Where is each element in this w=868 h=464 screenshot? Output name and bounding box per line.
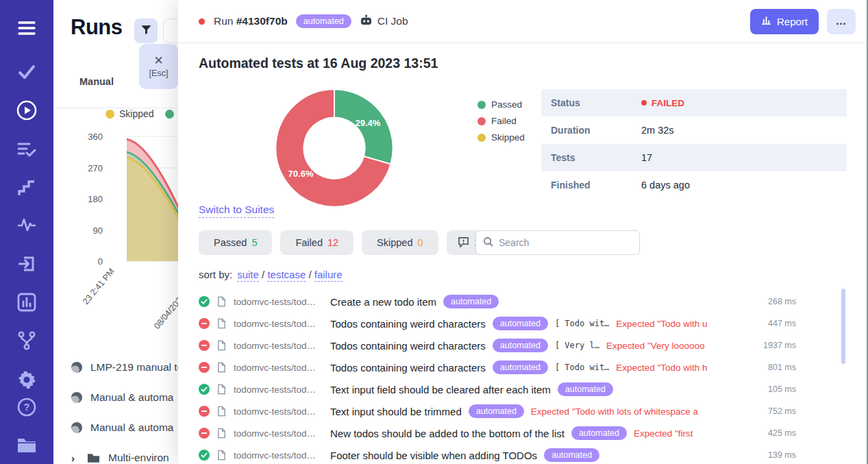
list-check-icon[interactable]: [17, 141, 36, 160]
report-button[interactable]: Report: [750, 9, 819, 34]
y-tick: 270: [79, 163, 103, 173]
failed-status-icon: [199, 318, 210, 329]
summary-label: Duration: [541, 125, 641, 136]
passed-status-icon: [199, 296, 210, 307]
test-error: Expected "Todo with lots of whitespace a: [531, 406, 761, 417]
tab-manual[interactable]: Manual: [79, 76, 114, 87]
filter-chip-passed[interactable]: Passed 5: [199, 230, 272, 255]
menu-icon[interactable]: [18, 21, 36, 38]
folder-icon: [87, 452, 100, 463]
test-duration: 425 ms: [768, 428, 796, 438]
app-sidebar: ?: [0, 0, 53, 464]
chevron-right-icon[interactable]: ›: [71, 452, 75, 464]
run-label: Run #4130f70b: [214, 15, 288, 27]
test-name: Todos containing weird characters: [330, 362, 486, 374]
sign-in-icon[interactable]: [17, 254, 36, 276]
report-chart-icon: [761, 15, 771, 27]
test-row[interactable]: todomvc-tests/tod… Todos containing weir…: [199, 334, 796, 356]
automated-badge: automated: [493, 339, 548, 352]
filter-chip-skipped[interactable]: Skipped 0: [362, 230, 438, 255]
test-name: Create a new todo item: [330, 296, 436, 308]
filter-button[interactable]: [134, 19, 158, 43]
legend-dot: [478, 117, 486, 125]
summary-row: Tests 17: [541, 144, 847, 171]
test-duration: 268 ms: [768, 297, 796, 306]
test-row[interactable]: todomvc-tests/tod… Footer should be visi…: [199, 444, 796, 464]
run-summary-table: Status FAILED Duration 2m 32s Tests 17 F…: [541, 89, 847, 199]
test-row[interactable]: todomvc-tests/tod… Todos containing weir…: [199, 356, 796, 378]
automated-badge: automated: [296, 14, 351, 28]
activity-icon[interactable]: [17, 217, 36, 234]
scrollbar-thumb[interactable]: [841, 289, 845, 364]
gear-icon[interactable]: [17, 370, 36, 392]
test-path: todomvc-tests/tod…: [234, 297, 323, 307]
test-path: todomvc-tests/tod…: [234, 363, 323, 373]
failed-status-icon: [199, 428, 210, 439]
filter-chip-failed[interactable]: Failed 12: [280, 230, 354, 255]
test-row[interactable]: todomvc-tests/tod… Todos containing weir…: [199, 313, 796, 334]
steps-icon[interactable]: [18, 179, 36, 199]
test-duration: 801 ms: [768, 363, 796, 372]
donut-legend-item: Skipped: [478, 132, 525, 143]
summary-row: Finished 6 days ago: [541, 171, 847, 199]
test-row[interactable]: todomvc-tests/tod… Text input should be …: [199, 400, 796, 422]
search-icon: [483, 236, 493, 249]
results-donut-chart: 29.4%70.6%: [271, 84, 398, 212]
sort-label: sort by:: [199, 269, 232, 280]
test-row[interactable]: todomvc-tests/tod… Text input field shou…: [199, 378, 796, 400]
test-snippet: [ Todo wit…: [555, 363, 609, 372]
test-error: Expected "Todo with h: [616, 363, 761, 373]
page-title: Runs: [71, 15, 123, 40]
legend-dot: [478, 101, 486, 109]
run-status-dot: [199, 19, 205, 25]
check-icon[interactable]: [18, 64, 36, 82]
file-icon: [216, 296, 227, 307]
file-icon: [216, 362, 227, 373]
help-icon[interactable]: ?: [17, 398, 36, 419]
bar-chart-icon[interactable]: [17, 293, 36, 315]
test-row[interactable]: todomvc-tests/tod… New todos should be a…: [199, 422, 796, 444]
summary-value: 2m 32s: [641, 125, 674, 136]
project-label: LMP-219 manual te: [90, 361, 183, 374]
svg-text:29.4%: 29.4%: [356, 118, 381, 128]
failed-status-icon: [199, 340, 210, 351]
legend-item: Skipped: [106, 108, 154, 119]
automated-badge: automated: [469, 404, 524, 418]
esc-hint: [Esc]: [149, 69, 169, 78]
test-row[interactable]: todomvc-tests/tod… Create a new todo ite…: [199, 291, 796, 313]
test-search[interactable]: [475, 230, 640, 255]
close-icon[interactable]: ✕: [153, 55, 163, 66]
ci-job: CI Job: [360, 14, 408, 29]
summary-label: Tests: [541, 152, 641, 163]
switch-to-suites-link[interactable]: Switch to Suites: [199, 204, 274, 218]
automated-badge: automated: [571, 426, 627, 440]
automated-badge: automated: [443, 295, 499, 308]
sort-option-failure[interactable]: failure: [314, 269, 343, 282]
summary-row: Status FAILED: [541, 89, 847, 117]
test-path: todomvc-tests/tod…: [234, 319, 323, 329]
sort-option-suite[interactable]: suite: [237, 269, 259, 282]
legend-dot: [478, 134, 486, 142]
git-branch-icon[interactable]: [18, 331, 36, 353]
legend-dot: [165, 110, 174, 119]
test-snippet: [ Very l…: [555, 341, 599, 350]
passed-status-icon: [199, 450, 210, 461]
passed-status-icon: [199, 384, 210, 395]
test-name: Footer should be visible when adding TOD…: [330, 450, 537, 461]
more-button[interactable]: …: [827, 9, 856, 34]
test-search-input[interactable]: [499, 237, 632, 248]
test-duration: 752 ms: [768, 406, 796, 416]
y-tick: 360: [79, 132, 103, 142]
test-error: Expected "Very loooooo: [606, 341, 756, 351]
project-label: Manual & automa: [90, 422, 174, 434]
folder-icon[interactable]: [16, 436, 37, 456]
y-tick: 0: [79, 256, 103, 267]
test-duration: 139 ms: [768, 450, 796, 460]
test-list: todomvc-tests/tod… Create a new todo ite…: [199, 291, 796, 464]
play-circle-icon[interactable]: [16, 100, 37, 123]
donut-legend: Passed Failed Skipped: [478, 99, 525, 149]
test-name: Todos containing weird characters: [330, 340, 486, 352]
project-label: Multi-environ: [108, 452, 169, 464]
sort-option-testcase[interactable]: testcase: [267, 269, 306, 282]
automated-badge: automated: [558, 382, 613, 396]
